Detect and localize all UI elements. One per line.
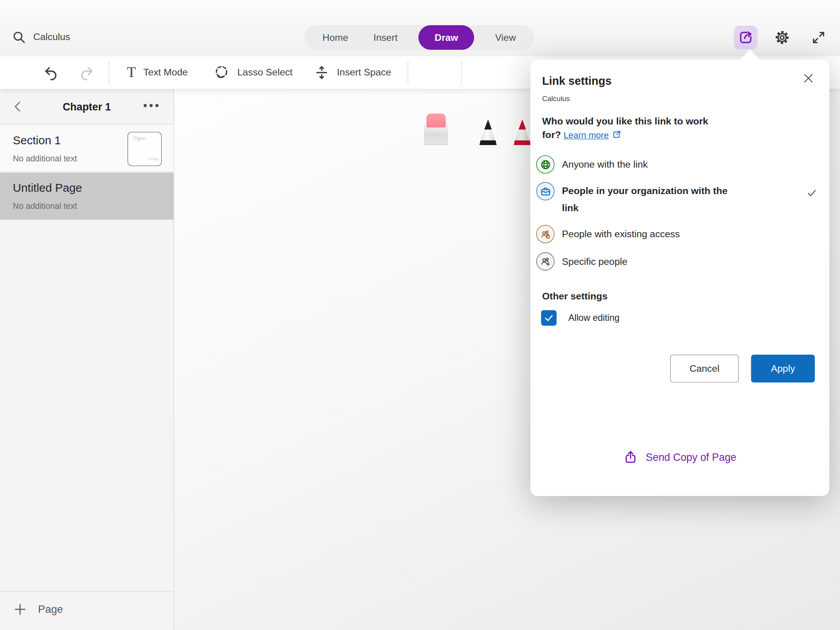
option-anyone-with-link[interactable]: Anyone with the link xyxy=(536,155,819,173)
lasso-icon xyxy=(213,64,230,81)
settings-button[interactable] xyxy=(770,26,794,49)
search-icon xyxy=(12,30,26,44)
sidebar-header: Chapter 1 xyxy=(0,89,173,124)
divider xyxy=(0,592,173,592)
gear-icon xyxy=(774,30,790,46)
eraser-tool[interactable] xyxy=(424,114,448,145)
page-title: Section 1 xyxy=(13,134,61,147)
send-copy-icon xyxy=(623,450,639,465)
dialog-question: Who would you like this link to work for… xyxy=(542,114,799,142)
allow-editing-label: Allow editing xyxy=(569,313,620,324)
option-label: Specific people xyxy=(562,252,627,271)
link-settings-dialog: Link settings Calculus Who would you lik… xyxy=(530,60,830,496)
tab-draw[interactable]: Draw xyxy=(418,25,474,50)
dialog-title: Link settings xyxy=(542,74,611,87)
fullscreen-button[interactable] xyxy=(807,26,831,49)
tab-view[interactable]: View xyxy=(491,25,520,50)
send-copy-label: Send Copy of Page xyxy=(646,451,737,463)
page-list-sidebar: Chapter 1 Section 1 No additional text T… xyxy=(0,89,174,630)
page-title: Untitled Page xyxy=(13,182,82,195)
people-lock-icon xyxy=(536,225,555,243)
other-settings-heading: Other settings xyxy=(542,291,607,302)
cancel-button[interactable]: Cancel xyxy=(670,355,738,383)
dialog-callout-arrow xyxy=(740,49,760,60)
share-icon xyxy=(738,30,754,46)
thumbnail-text: cosec xyxy=(148,156,159,161)
allow-editing-checkbox[interactable] xyxy=(541,310,556,326)
option-existing-access[interactable]: People with existing access xyxy=(536,225,819,243)
add-page-label: Page xyxy=(38,603,63,616)
learn-more-link[interactable]: Learn more xyxy=(564,130,609,140)
selected-checkmark-icon xyxy=(806,187,817,199)
apply-button[interactable]: Apply xyxy=(751,355,815,383)
plus-icon xyxy=(13,602,27,616)
page-row-untitled-selected[interactable]: Untitled Page No additional text xyxy=(0,173,173,220)
thumbnail-text: Trigno xyxy=(132,136,145,141)
option-specific-people[interactable]: Specific people xyxy=(536,252,819,271)
insert-space-icon xyxy=(314,65,329,80)
notebook-search[interactable]: Calculus xyxy=(12,30,70,44)
dialog-subtitle: Calculus xyxy=(542,95,570,103)
undo-button[interactable] xyxy=(43,56,59,89)
lasso-select-button[interactable]: Lasso Select xyxy=(213,56,292,89)
page-subtitle: No additional text xyxy=(13,201,77,211)
lasso-select-label: Lasso Select xyxy=(237,67,292,78)
external-link-icon xyxy=(612,130,622,140)
page-row-section1[interactable]: Section 1 No additional text Trigno cose… xyxy=(0,125,173,172)
page-thumbnail: Trigno cosec xyxy=(128,132,162,166)
notebook-title: Calculus xyxy=(33,32,70,43)
send-copy-button[interactable]: Send Copy of Page xyxy=(530,450,830,465)
black-pen-tool[interactable] xyxy=(480,119,497,145)
option-label: People with existing access xyxy=(562,225,680,243)
briefcase-icon xyxy=(536,182,555,200)
top-actions xyxy=(734,26,830,49)
toolbar-divider xyxy=(461,61,462,85)
tab-insert[interactable]: Insert xyxy=(369,25,402,50)
redo-button[interactable] xyxy=(79,56,95,89)
close-button[interactable] xyxy=(802,71,816,85)
allow-editing-row: Allow editing xyxy=(541,310,620,326)
ribbon-tab-group: Home Insert Draw View xyxy=(304,25,534,50)
page-subtitle: No additional text xyxy=(13,154,77,163)
insert-space-label: Insert Space xyxy=(337,67,391,78)
share-button[interactable] xyxy=(734,26,758,49)
globe-icon xyxy=(536,155,555,173)
expand-icon xyxy=(811,30,826,45)
option-label: Anyone with the link xyxy=(562,155,648,173)
person-add-icon xyxy=(536,252,555,271)
option-label: People in your organization with the lin… xyxy=(562,182,728,216)
insert-space-button[interactable]: Insert Space xyxy=(314,56,391,89)
text-mode-button[interactable]: T Text Mode xyxy=(127,56,187,89)
text-mode-icon: T xyxy=(127,65,136,80)
option-people-in-organization[interactable]: People in your organization with the lin… xyxy=(536,182,819,216)
add-page-button[interactable]: Page xyxy=(13,602,63,616)
top-bar: Calculus Home Insert Draw View xyxy=(0,0,840,56)
onenote-app: Calculus Home Insert Draw View xyxy=(0,0,840,630)
toolbar-divider xyxy=(109,61,109,85)
red-pen-tool[interactable] xyxy=(514,119,531,145)
text-mode-label: Text Mode xyxy=(143,67,187,78)
toolbar-divider xyxy=(408,61,408,85)
tab-home[interactable]: Home xyxy=(318,25,352,50)
more-options-button[interactable] xyxy=(144,104,159,107)
